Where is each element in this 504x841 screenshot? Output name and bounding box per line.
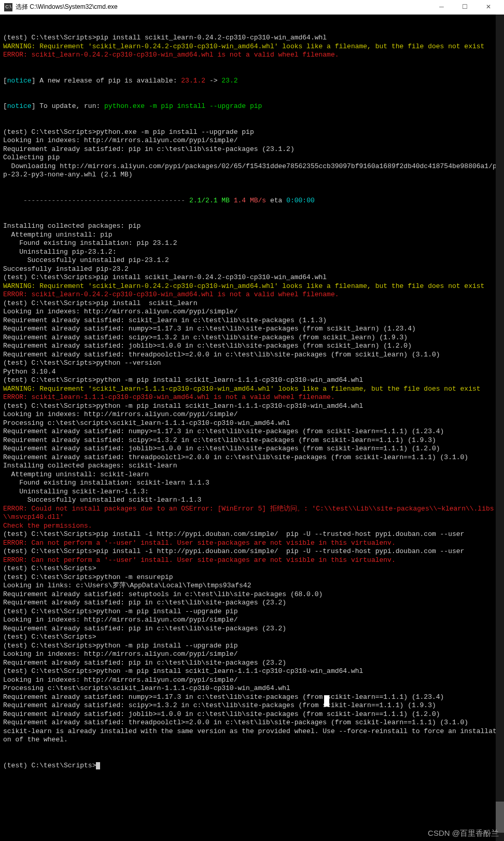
terminal-line: (test) C:\test\Scripts>python.exe -m pip… bbox=[3, 128, 501, 137]
cursor-icon bbox=[96, 762, 100, 769]
terminal-line: Successfully installed pip-23.2 bbox=[3, 265, 501, 274]
terminal-line: Looking in indexes: http://mirrors.aliyu… bbox=[3, 676, 501, 685]
terminal-line: Collecting pip bbox=[3, 154, 501, 162]
terminal-line: Found existing installation: pip 23.1.2 bbox=[3, 239, 501, 248]
terminal-line: ERROR: Could not install packages due to… bbox=[3, 505, 501, 522]
prompt: (test) C:\test\Scripts> bbox=[3, 762, 96, 769]
terminal-line: Requirement already satisfied: scikit_le… bbox=[3, 316, 501, 325]
minimize-button[interactable]: ─ bbox=[430, 0, 453, 15]
terminal-line: (test) C:\test\Scripts>pip install sciki… bbox=[3, 34, 501, 43]
terminal-line: Requirement already satisfied: pip in c:… bbox=[3, 659, 501, 668]
terminal-line: scikit-learn is already installed with t… bbox=[3, 727, 501, 745]
terminal-line: (test) C:\test\Scripts>python -m pip ins… bbox=[3, 376, 501, 385]
terminal-line: Downloading http://mirrors.aliyun.com/py… bbox=[3, 162, 501, 180]
terminal-line: ERROR: scikit_learn-0.24.2-cp310-cp310-w… bbox=[3, 291, 501, 299]
cmd-icon: C:\ bbox=[4, 3, 12, 11]
terminal-line: (test) C:\test\Scripts>python -m pip ins… bbox=[3, 608, 501, 616]
terminal-line: ERROR: Can not perform a '--user' instal… bbox=[3, 556, 501, 565]
terminal-line: Requirement already satisfied: threadpoo… bbox=[3, 351, 501, 360]
terminal-line: WARNING: Requirement 'scikit_learn-0.24.… bbox=[3, 43, 501, 51]
terminal-line: (test) C:\test\Scripts>pip install -i ht… bbox=[3, 530, 501, 539]
terminal-line: Processing c:\test\scripts\scikit_learn-… bbox=[3, 684, 501, 693]
terminal-line: Requirement already satisfied: pip in c:… bbox=[3, 599, 501, 608]
terminal-line: (test) C:\test\Scripts>python -m pip ins… bbox=[3, 402, 501, 411]
watermark: CSDN @百里香酚兰 bbox=[428, 828, 499, 838]
terminal-line: Looking in indexes: http://mirrors.aliyu… bbox=[3, 410, 501, 419]
terminal-line: Uninstalling pip-23.1.2: bbox=[3, 248, 501, 257]
terminal-line: WARNING: Requirement 'scikit_learn-1.1.1… bbox=[3, 385, 501, 394]
terminal-line: Looking in links: c:\Users\罗萍\AppData\Lo… bbox=[3, 582, 501, 590]
terminal-line: (test) C:\test\Scripts>python --version bbox=[3, 359, 501, 368]
terminal-line: (test) C:\test\Scripts>python -m pip ins… bbox=[3, 642, 501, 651]
terminal-line: Requirement already satisfied: numpy>=1.… bbox=[3, 693, 501, 702]
terminal-line: Requirement already satisfied: scipy>=1.… bbox=[3, 436, 501, 445]
terminal-line: Requirement already satisfied: joblib>=1… bbox=[3, 342, 501, 351]
terminal-line: Looking in indexes: http://mirrors.aliyu… bbox=[3, 136, 501, 145]
terminal-line: Found existing installation: scikit-lear… bbox=[3, 479, 501, 488]
selection-cursor-icon bbox=[324, 695, 329, 707]
terminal-line: Requirement already satisfied: scipy>=1.… bbox=[3, 701, 501, 710]
scrollbar[interactable] bbox=[496, 15, 504, 841]
terminal-line: Installing collected packages: scikit-le… bbox=[3, 462, 501, 471]
terminal-line: Successfully uninstalled scikit-learn-1.… bbox=[3, 496, 501, 505]
terminal-line: (test) C:\test\Scripts>pip install sciki… bbox=[3, 299, 501, 308]
terminal-line: Attempting uninstall: scikit-learn bbox=[3, 471, 501, 479]
terminal-line: Requirement already satisfied: threadpoo… bbox=[3, 719, 501, 727]
terminal-line: Requirement already satisfied: numpy>=1.… bbox=[3, 325, 501, 334]
terminal-line: (test) C:\test\Scripts>python -m ensurep… bbox=[3, 573, 501, 582]
terminal-line: Looking in indexes: http://mirrors.aliyu… bbox=[3, 308, 501, 316]
titlebar: C:\ 选择 C:\Windows\System32\cmd.exe ─ ☐ ✕ bbox=[0, 0, 504, 15]
terminal-line: Python 3.10.4 bbox=[3, 368, 501, 377]
terminal-line: Requirement already satisfied: joblib>=1… bbox=[3, 710, 501, 719]
terminal-line: WARNING: Requirement 'scikit_learn-0.24.… bbox=[3, 282, 501, 291]
terminal-line: Looking in indexes: http://mirrors.aliyu… bbox=[3, 650, 501, 659]
terminal-line: ERROR: scikit_learn-0.24.2-cp310-cp310-w… bbox=[3, 51, 501, 60]
terminal-line: Check the permissions. bbox=[3, 522, 501, 531]
terminal-line: (test) C:\test\Scripts>pip install sciki… bbox=[3, 273, 501, 282]
terminal-line: Uninstalling scikit-learn-1.1.3: bbox=[3, 488, 501, 497]
terminal-line: ERROR: scikit_learn-1.1.1-cp310-cp310-wi… bbox=[3, 393, 501, 402]
window-controls: ─ ☐ ✕ bbox=[430, 0, 500, 15]
maximize-button[interactable]: ☐ bbox=[453, 0, 477, 15]
terminal-line: (test) C:\test\Scripts> bbox=[3, 633, 501, 642]
terminal-line: Attempting uninstall: pip bbox=[3, 231, 501, 240]
terminal-line: Processing c:\test\scripts\scikit_learn-… bbox=[3, 419, 501, 428]
terminal-line: Requirement already satisfied: setuptool… bbox=[3, 590, 501, 599]
window-title: 选择 C:\Windows\System32\cmd.exe bbox=[16, 3, 118, 11]
terminal-output[interactable]: (test) C:\test\Scripts>pip install sciki… bbox=[0, 15, 504, 781]
close-button[interactable]: ✕ bbox=[477, 0, 500, 15]
terminal-line: Installing collected packages: pip bbox=[3, 222, 501, 231]
terminal-line: Requirement already satisfied: scipy>=1.… bbox=[3, 334, 501, 342]
terminal-line: Looking in indexes: http://mirrors.aliyu… bbox=[3, 616, 501, 625]
terminal-line: (test) C:\test\Scripts>pip install -i ht… bbox=[3, 547, 501, 556]
terminal-line: (test) C:\test\Scripts> bbox=[3, 564, 501, 573]
terminal-line: ERROR: Can not perform a '--user' instal… bbox=[3, 539, 501, 548]
terminal-line: Successfully uninstalled pip-23.1.2 bbox=[3, 256, 501, 265]
terminal-line: Requirement already satisfied: joblib>=1… bbox=[3, 445, 501, 453]
terminal-line: Requirement already satisfied: pip in c:… bbox=[3, 145, 501, 154]
terminal-line: Requirement already satisfied: pip in c:… bbox=[3, 625, 501, 633]
terminal-line: Requirement already satisfied: threadpoo… bbox=[3, 453, 501, 462]
terminal-line: Requirement already satisfied: numpy>=1.… bbox=[3, 428, 501, 436]
terminal-line: (test) C:\test\Scripts>python -m pip ins… bbox=[3, 667, 501, 676]
